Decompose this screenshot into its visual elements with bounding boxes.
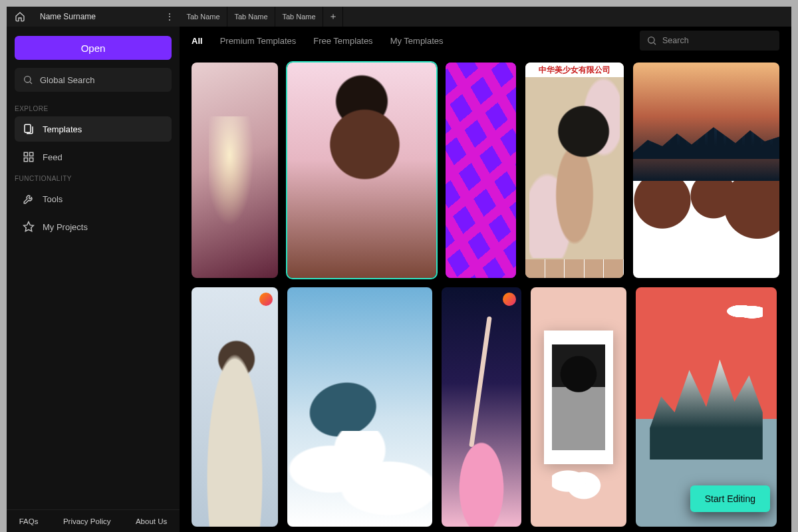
- template-card-selected[interactable]: [287, 63, 436, 278]
- sidebar-item-label: Templates: [43, 124, 82, 134]
- svg-point-0: [25, 76, 31, 82]
- sidebar-item-label: Feed: [43, 152, 63, 162]
- document-tab[interactable]: Tab Name: [180, 7, 227, 27]
- start-editing-button[interactable]: Start Editing: [690, 485, 770, 512]
- main: Tab Name Tab Name Tab Name ＋ All Premium…: [180, 7, 791, 532]
- new-tab-button[interactable]: ＋: [323, 7, 343, 27]
- sidebar-item-my-projects[interactable]: My Projects: [15, 214, 172, 239]
- home-icon: [15, 11, 25, 22]
- filter-all[interactable]: All: [192, 36, 203, 46]
- template-search-input[interactable]: Search: [640, 31, 779, 51]
- svg-point-8: [648, 37, 654, 43]
- sidebar-item-label: My Projects: [43, 222, 88, 232]
- svg-rect-4: [30, 152, 33, 156]
- global-search-placeholder: Global Search: [40, 75, 94, 85]
- svg-rect-5: [24, 158, 27, 162]
- sidebar-item-tools[interactable]: Tools: [15, 186, 172, 211]
- open-button[interactable]: Open: [15, 36, 172, 60]
- template-gallery: 中华美少女有限公司: [180, 55, 791, 532]
- app-window: Name Surname ⋮ Open Global Search EXPLOR…: [7, 7, 791, 532]
- section-explore-label: EXPLORE: [15, 105, 172, 112]
- document-tab[interactable]: Tab Name: [275, 7, 323, 27]
- footer-link-faqs[interactable]: FAQs: [19, 517, 39, 525]
- search-icon: [646, 35, 657, 46]
- sidebar-topbar: Name Surname ⋮: [7, 7, 180, 27]
- template-card[interactable]: [633, 63, 779, 278]
- templates-icon: [23, 123, 35, 135]
- document-tab[interactable]: Tab Name: [227, 7, 275, 27]
- svg-line-9: [654, 43, 656, 45]
- footer-link-privacy[interactable]: Privacy Policy: [63, 517, 111, 525]
- search-icon: [23, 74, 33, 85]
- template-card[interactable]: [192, 63, 278, 278]
- filter-premium[interactable]: Premium Templates: [220, 36, 297, 46]
- user-menu-button[interactable]: ⋮: [160, 11, 180, 22]
- tab-bar: Tab Name Tab Name Tab Name ＋: [180, 7, 791, 27]
- global-search-input[interactable]: Global Search: [15, 68, 172, 92]
- filter-bar: All Premium Templates Free Templates My …: [180, 27, 791, 55]
- filter-free[interactable]: Free Templates: [313, 36, 372, 46]
- tools-icon: [23, 193, 35, 205]
- svg-rect-3: [24, 152, 27, 156]
- gallery-row: 中华美少女有限公司: [192, 63, 779, 278]
- template-card[interactable]: [446, 63, 516, 278]
- template-thumbstrip: [525, 259, 624, 278]
- template-search-placeholder: Search: [662, 36, 689, 45]
- premium-badge-icon: [503, 293, 516, 306]
- sidebar-item-label: Tools: [43, 194, 63, 204]
- home-button[interactable]: [7, 11, 33, 22]
- template-card[interactable]: [287, 287, 432, 527]
- footer-link-about[interactable]: About Us: [136, 517, 167, 525]
- sidebar: Name Surname ⋮ Open Global Search EXPLOR…: [7, 7, 180, 532]
- template-card[interactable]: [442, 287, 521, 527]
- filter-my-templates[interactable]: My Templates: [390, 36, 444, 46]
- user-name[interactable]: Name Surname: [33, 12, 160, 21]
- template-card[interactable]: [192, 287, 278, 527]
- svg-rect-2: [25, 124, 31, 132]
- start-editing-label: Start Editing: [705, 493, 755, 504]
- sidebar-item-templates[interactable]: Templates: [15, 116, 172, 142]
- svg-marker-7: [24, 222, 34, 231]
- template-card[interactable]: 中华美少女有限公司: [525, 63, 624, 278]
- sidebar-spacer: [7, 242, 180, 509]
- svg-rect-6: [30, 158, 33, 162]
- open-button-label: Open: [81, 43, 106, 54]
- premium-badge-icon: [259, 293, 273, 306]
- sidebar-item-feed[interactable]: Feed: [15, 144, 172, 170]
- svg-line-1: [30, 82, 32, 84]
- template-card[interactable]: [531, 287, 626, 527]
- feed-icon: [23, 151, 35, 163]
- sidebar-footer: FAQs Privacy Policy About Us: [7, 509, 180, 532]
- template-banner-text: 中华美少女有限公司: [525, 63, 624, 77]
- section-functionality-label: FUNCTIONALITY: [15, 175, 172, 182]
- star-icon: [23, 221, 35, 233]
